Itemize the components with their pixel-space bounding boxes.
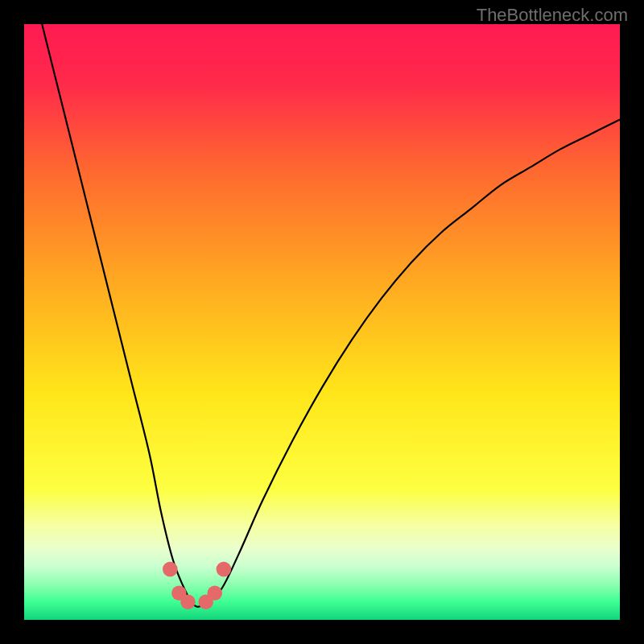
curve-marker — [180, 595, 196, 610]
watermark-text: TheBottleneck.com — [477, 5, 628, 26]
bottleneck-curve — [42, 24, 620, 607]
chart-frame — [24, 24, 620, 620]
curve-marker — [163, 562, 178, 577]
curve-layer — [24, 24, 620, 620]
curve-marker — [208, 585, 223, 601]
curve-marker — [217, 562, 232, 577]
marker-group — [163, 562, 231, 609]
